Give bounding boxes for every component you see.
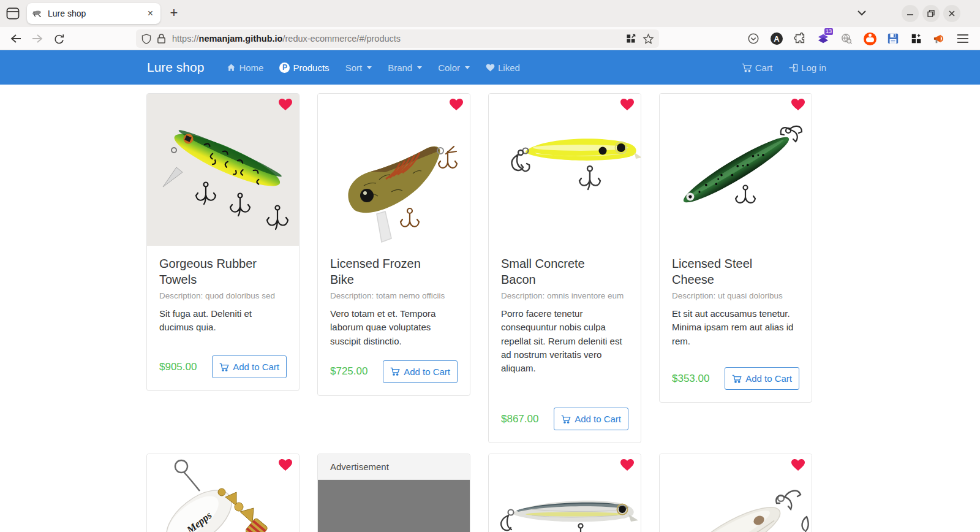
cart-icon	[742, 63, 752, 72]
pearl-topwater-lure-image	[660, 454, 812, 532]
product-card: Licensed Steel Cheese Description: ut qu…	[659, 93, 812, 403]
reddit-icon[interactable]	[861, 30, 878, 47]
firefox-view-icon[interactable]	[5, 6, 21, 21]
firetiger-crankbait-lure-image	[147, 94, 299, 246]
nav-item-sort[interactable]: Sort	[339, 59, 379, 77]
liked-heart-icon[interactable]	[791, 98, 805, 111]
product-card: Licensed Frozen Bike Description: totam …	[317, 93, 470, 396]
silver-minnow-lure-image	[489, 454, 641, 532]
product-title: Small Concrete Bacon	[501, 256, 617, 287]
product-card: Gorgeous Rubber Towels Description: quod…	[146, 93, 300, 391]
url-path: /redux-ecommerce/#/products	[282, 34, 401, 44]
product-title: Gorgeous Rubber Towels	[159, 256, 276, 287]
tab-favicon-lure-icon	[32, 9, 43, 18]
new-tab-button[interactable]: +	[165, 5, 183, 22]
cart-icon	[561, 415, 571, 424]
cart-icon	[732, 374, 742, 383]
browser-tab-bar: Lure shop × +	[0, 0, 980, 27]
tracking-shield-icon[interactable]	[141, 33, 152, 45]
nav-links: Home P Products Sort Brand Color Liked	[220, 59, 734, 77]
product-description: Description: omnis inventore eum	[501, 291, 628, 302]
add-to-cart-button[interactable]: Add to Cart	[554, 408, 628, 430]
pocket-icon[interactable]	[745, 30, 762, 47]
extension-badge: 13	[824, 28, 833, 35]
chevron-down-icon	[465, 66, 470, 69]
chevron-down-icon	[367, 66, 372, 69]
liked-heart-icon[interactable]	[791, 458, 805, 471]
product-title: Licensed Steel Cheese	[672, 256, 788, 287]
brand-logo[interactable]: Lure shop	[147, 60, 204, 75]
url-bar[interactable]: https://nemanjam.github.io/redux-ecommer…	[136, 29, 659, 48]
reload-button[interactable]	[50, 30, 67, 47]
product-price: $353.00	[672, 373, 709, 385]
nav-item-brand[interactable]: Brand	[381, 59, 429, 77]
add-to-cart-button[interactable]: Add to Cart	[212, 355, 287, 378]
url-domain: nemanjam.github.io	[199, 34, 283, 44]
nav-item-cart[interactable]: Cart	[735, 59, 779, 77]
nav-item-liked[interactable]: Liked	[479, 59, 527, 77]
tiles-plus-extension-icon[interactable]	[908, 30, 925, 47]
lock-icon[interactable]	[157, 33, 166, 44]
stacks-extension-icon[interactable]: 13	[815, 30, 832, 47]
list-all-tabs-icon[interactable]	[855, 6, 869, 20]
login-icon	[788, 63, 798, 72]
liked-heart-icon[interactable]	[449, 98, 464, 111]
product-text: Et sit aut accusamus tenetur. Minima ips…	[672, 307, 799, 348]
product-price: $725.00	[330, 365, 368, 378]
forward-button[interactable]	[29, 30, 46, 47]
window-minimize-button[interactable]	[902, 5, 919, 22]
product-text: Porro facere tenetur consequuntur nobis …	[501, 307, 628, 375]
product-title: Licensed Frozen Bike	[330, 256, 447, 287]
products-icon: P	[279, 63, 290, 73]
back-button[interactable]	[7, 30, 24, 47]
bookmark-star-icon[interactable]	[643, 33, 654, 45]
product-card: Small Concrete Bacon Description: omnis …	[488, 93, 641, 443]
add-to-cart-button[interactable]: Add to Cart	[725, 367, 799, 390]
nav-item-products[interactable]: P Products	[273, 59, 336, 77]
product-description: Description: ut quasi doloribus	[672, 291, 799, 302]
home-icon	[227, 63, 236, 72]
cart-icon	[390, 367, 400, 376]
liked-heart-icon[interactable]	[620, 98, 635, 111]
browser-tab[interactable]: Lure shop ×	[27, 3, 160, 24]
window-restore-button[interactable]	[922, 5, 940, 22]
site-navbar: Lure shop Home P Products Sort Brand Col…	[0, 50, 980, 85]
menu-hamburger-icon[interactable]	[954, 30, 971, 47]
mepps-spinner-lure-image: Mepps	[147, 454, 299, 532]
advertisement-card: Advertisement	[317, 454, 470, 532]
tab-close-icon[interactable]: ×	[145, 8, 156, 19]
nav-item-login[interactable]: Log in	[782, 59, 833, 77]
liked-heart-icon[interactable]	[278, 98, 293, 111]
liked-heart-icon[interactable]	[278, 458, 293, 471]
nav-item-home[interactable]: Home	[220, 59, 270, 77]
extension-a-icon[interactable]: A	[768, 30, 785, 47]
product-text: Vero totam et et. Tempora laborum quae v…	[330, 307, 458, 348]
product-price: $905.00	[159, 361, 197, 373]
save-page-floppy-icon[interactable]	[884, 30, 902, 47]
liked-heart-icon[interactable]	[620, 458, 635, 471]
product-card	[659, 454, 812, 532]
advertisement-placeholder[interactable]	[318, 480, 470, 532]
product-card: Mepps	[146, 454, 300, 532]
nav-item-color[interactable]: Color	[431, 59, 477, 77]
extensions-puzzle-icon[interactable]	[791, 30, 809, 47]
product-text: Sit fuga aut. Deleniti et ducimus quia.	[159, 307, 287, 334]
grasshopper-lure-image	[318, 94, 470, 246]
url-scheme: https://	[172, 34, 199, 44]
tab-title: Lure shop	[48, 9, 145, 18]
page-actions-icon[interactable]	[625, 33, 636, 44]
url-text[interactable]: https://nemanjam.github.io/redux-ecommer…	[172, 34, 625, 44]
add-to-cart-button[interactable]: Add to Cart	[383, 360, 458, 383]
megaphone-icon[interactable]	[931, 30, 948, 47]
cart-icon	[219, 363, 229, 371]
window-close-button[interactable]	[943, 5, 960, 22]
globe-search-icon[interactable]	[838, 30, 855, 47]
browser-toolbar: https://nemanjam.github.io/redux-ecommer…	[0, 27, 980, 50]
products-grid: Gorgeous Rubber Towels Description: quod…	[146, 93, 812, 532]
product-description: Description: totam nemo officiis	[330, 291, 458, 302]
product-price: $867.00	[501, 413, 538, 425]
chevron-down-icon	[417, 66, 422, 69]
advertisement-label: Advertisement	[318, 454, 470, 480]
nav-right: Cart Log in	[735, 59, 833, 77]
product-description: Description: quod doloribus sed	[159, 291, 287, 302]
